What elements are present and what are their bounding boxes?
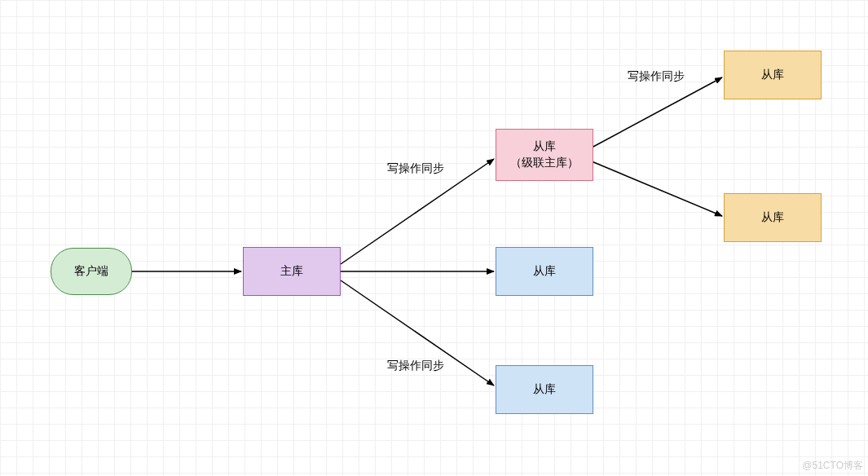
slave-bottom-label: 从库: [533, 381, 556, 398]
client-label: 客户端: [74, 263, 108, 280]
svg-line-5: [592, 77, 722, 148]
cascade-slave-label: 从库 （级联主库）: [510, 139, 579, 170]
slave-mid-node: 从库: [496, 247, 593, 296]
slave-bottom-right-node: 从库: [724, 193, 822, 242]
sync-label-bottom: 写操作同步: [387, 359, 444, 373]
slave-bottom-node: 从库: [496, 365, 593, 414]
client-node: 客户端: [51, 248, 132, 295]
slave-top-right-label: 从库: [761, 67, 784, 83]
slave-bottom-right-label: 从库: [761, 209, 784, 226]
master-label: 主库: [280, 263, 303, 280]
cascade-slave-node: 从库 （级联主库）: [496, 129, 593, 181]
sync-label-top: 写操作同步: [387, 161, 444, 176]
slave-top-right-node: 从库: [724, 51, 822, 99]
master-node: 主库: [243, 247, 341, 296]
sync-label-right: 写操作同步: [628, 69, 685, 84]
watermark: @51CTO博客: [802, 459, 863, 473]
svg-line-6: [592, 161, 722, 216]
slave-mid-label: 从库: [533, 263, 556, 280]
